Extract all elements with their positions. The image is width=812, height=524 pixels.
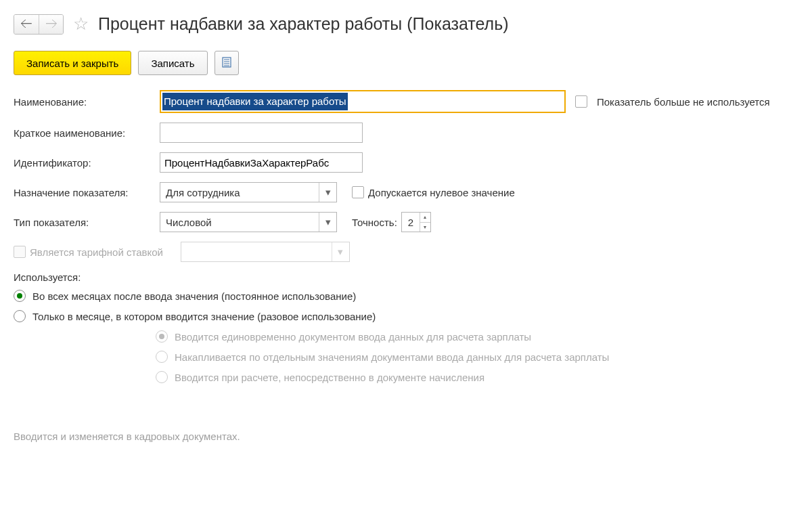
chevron-down-icon: ▾ xyxy=(325,216,331,228)
chevron-down-icon: ▾ xyxy=(338,246,343,258)
row-short-name: Краткое наименование: xyxy=(14,123,798,143)
tariff-select: ▾ xyxy=(181,242,350,262)
header: 🡠 🡢 ☆ Процент надбавки за характер работ… xyxy=(14,14,798,35)
usage-permanent-option[interactable]: Во всех месяцах после ввода значения (по… xyxy=(14,290,798,302)
page-title: Процент надбавки за характер работы (Пок… xyxy=(98,14,509,34)
sub-label-2: Накапливается по отдельным значениям док… xyxy=(175,351,609,363)
list-button[interactable] xyxy=(215,51,239,75)
row-type: Тип показателя: Числовой ▾ Точность: 2 ▴… xyxy=(14,212,798,232)
precision-value: 2 xyxy=(402,213,420,232)
toolbar: Записать и закрыть Записать xyxy=(14,51,798,75)
sub-label-1: Вводится единовременно документом ввода … xyxy=(175,331,531,343)
short-name-input[interactable] xyxy=(160,123,363,143)
usage-single-label: Только в месяце, в котором вводится знач… xyxy=(32,311,376,322)
save-and-close-button[interactable]: Записать и закрыть xyxy=(14,51,131,75)
not-used-checkbox[interactable] xyxy=(575,95,587,108)
label-purpose: Назначение показателя: xyxy=(14,187,156,198)
row-tariff: Является тарифной ставкой ▾ xyxy=(14,242,798,262)
sub-option-2: Накапливается по отдельным значениям док… xyxy=(156,351,798,363)
type-dropdown-button[interactable]: ▾ xyxy=(319,213,336,232)
name-input[interactable]: Процент надбавки за характер работы xyxy=(160,90,566,113)
label-precision: Точность: xyxy=(352,217,397,228)
sub-option-1: Вводится единовременно документом ввода … xyxy=(156,330,798,343)
usage-permanent-radio[interactable] xyxy=(14,290,26,302)
caret-up-icon: ▴ xyxy=(424,214,426,220)
caret-down-icon: ▾ xyxy=(424,224,426,230)
star-icon[interactable]: ☆ xyxy=(73,14,89,35)
precision-down[interactable]: ▾ xyxy=(420,223,430,232)
purpose-value: Для сотрудника xyxy=(160,183,319,202)
label-allow-zero: Допускается нулевое значение xyxy=(368,187,515,198)
precision-up[interactable]: ▴ xyxy=(420,213,430,223)
row-purpose: Назначение показателя: Для сотрудника ▾ … xyxy=(14,182,798,202)
sub-radio-2 xyxy=(156,351,168,363)
label-type: Тип показателя: xyxy=(14,217,156,228)
name-input-field[interactable] xyxy=(348,93,563,110)
nav-buttons: 🡠 🡢 xyxy=(14,14,64,35)
type-select[interactable]: Числовой ▾ xyxy=(160,212,337,232)
chevron-down-icon: ▾ xyxy=(325,186,331,198)
label-short-name: Краткое наименование: xyxy=(14,127,156,139)
label-is-tariff: Является тарифной ставкой xyxy=(30,246,163,258)
label-identifier: Идентификатор: xyxy=(14,157,156,169)
footer-note: Вводится и изменяется в кадровых докумен… xyxy=(14,431,798,442)
type-value: Числовой xyxy=(160,213,319,232)
usage-permanent-label: Во всех месяцах после ввода значения (по… xyxy=(32,290,356,302)
forward-button[interactable]: 🡢 xyxy=(39,15,63,34)
purpose-select[interactable]: Для сотрудника ▾ xyxy=(160,182,337,202)
row-name: Наименование: Процент надбавки за характ… xyxy=(14,90,798,113)
back-button[interactable]: 🡠 xyxy=(14,15,39,34)
label-not-used: Показатель больше не используется xyxy=(597,96,770,108)
sub-radio-3 xyxy=(156,371,168,383)
sub-option-3: Вводится при расчете, непосредственно в … xyxy=(156,371,798,383)
precision-spinner[interactable]: 2 ▴ ▾ xyxy=(401,212,431,232)
sub-radio-1 xyxy=(156,330,168,343)
arrow-left-icon: 🡠 xyxy=(20,17,32,31)
label-usage: Используется: xyxy=(14,271,798,283)
identifier-input[interactable] xyxy=(160,152,363,173)
usage-section: Используется: Во всех месяцах после ввод… xyxy=(14,271,798,383)
arrow-right-icon: 🡢 xyxy=(45,17,58,31)
tariff-dropdown-button: ▾ xyxy=(332,242,349,261)
is-tariff-checkbox xyxy=(14,246,26,258)
label-name: Наименование: xyxy=(14,96,156,108)
purpose-dropdown-button[interactable]: ▾ xyxy=(319,183,336,202)
list-icon xyxy=(221,56,233,70)
usage-single-radio[interactable] xyxy=(14,310,26,322)
form: Наименование: Процент надбавки за характ… xyxy=(14,90,798,383)
save-button[interactable]: Записать xyxy=(138,51,207,75)
name-input-selected-text: Процент надбавки за характер работы xyxy=(162,93,348,110)
sub-label-3: Вводится при расчете, непосредственно в … xyxy=(175,372,484,383)
allow-zero-checkbox[interactable] xyxy=(352,186,364,198)
usage-single-option[interactable]: Только в месяце, в котором вводится знач… xyxy=(14,310,798,322)
tariff-value xyxy=(181,242,332,261)
row-identifier: Идентификатор: xyxy=(14,152,798,173)
